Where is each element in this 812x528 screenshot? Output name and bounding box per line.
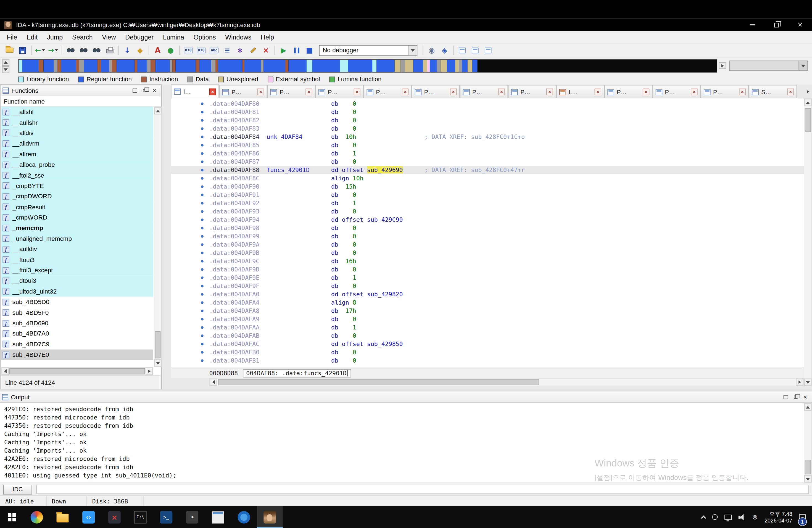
function-row[interactable]: __alloca_probe [1,159,153,170]
scroll-left-button[interactable] [209,379,217,386]
listing-line[interactable]: .data:004DAFA9 db 0 [171,315,804,323]
functions-close-button[interactable] [150,86,159,94]
functions-column-header[interactable]: Function name [1,97,161,107]
data-word-button[interactable]: 010 [195,44,208,56]
enums-window-button[interactable] [482,44,495,56]
listing-line[interactable]: .data:004DAFB0 db 0 [171,348,804,356]
function-ref[interactable]: sub_429C90 [367,216,403,223]
print-button[interactable] [103,44,116,56]
functions-maximize-button[interactable] [130,86,140,94]
tab-overflow-button[interactable] [804,88,812,96]
tab-4[interactable]: P… [315,85,363,99]
debugger-selector[interactable]: No debugger [319,45,417,56]
listing-line[interactable]: .data:004DAF88 funcs_42901D dd offset su… [171,166,804,174]
listing-line[interactable]: .data:004DAFA0 dd offset sub_429820 [171,290,804,298]
idc-language-button[interactable]: IDC [3,484,32,494]
taskbar-app-color-app[interactable] [24,506,50,528]
scroll-up-button[interactable] [155,107,162,114]
current-location-box[interactable]: 004DAF88: .data:funcs_42901D [243,369,351,377]
function-row[interactable]: _cmpWORD [1,212,153,223]
listing-line[interactable]: .data:004DAF92 db 1 [171,199,804,207]
functions-float-button[interactable] [140,86,149,94]
listing-line[interactable]: .data:004DAF87 db 0 [171,157,804,166]
function-row[interactable]: sub_4BD7C9 [1,339,153,349]
taskbar-app-gray-app[interactable] [205,506,231,528]
menu-item-debugger[interactable]: Debugger [120,31,158,43]
output-close-button[interactable] [801,393,810,401]
scrollbar-thumb[interactable] [155,332,161,358]
function-row[interactable]: __allrem [1,149,153,159]
listing-line[interactable]: .data:004DAF9D db 0 [171,265,804,274]
scroll-down-button[interactable] [804,475,811,482]
tab-close-button[interactable] [787,89,794,95]
taskbar-clock[interactable]: 오후 7:48 2026-04-07 [765,510,793,524]
function-row[interactable]: sub_4BD5D0 [1,297,153,307]
function-ref-highlighted[interactable]: sub_429690 [367,166,403,173]
menu-item-lumina[interactable]: Lumina [158,31,189,43]
output-vertical-scrollbar[interactable] [804,403,812,483]
listing-line[interactable]: .data:004DAF82 db 0 [171,116,804,124]
tab-close-button[interactable] [739,89,746,95]
listing-line[interactable]: .data:004DAF83 db 0 [171,124,804,133]
output-maximize-button[interactable] [781,393,791,401]
function-row[interactable]: __ultod3_uint32 [1,286,153,297]
function-row[interactable]: __dtoui3 [1,276,153,286]
taskbar-app-terminal[interactable]: > [179,506,205,528]
tab-10[interactable]: P… [604,85,652,99]
open-file-button[interactable] [3,44,16,56]
function-row[interactable]: sub_4BD7E0 [1,350,153,360]
function-row[interactable]: sub_4BD690 [1,318,153,328]
tab-6[interactable]: P… [412,85,460,99]
pause-process-button[interactable] [290,44,303,56]
function-row[interactable]: __ftoui3 [1,254,153,265]
listing-line[interactable]: .data:004DAF9B db 0 [171,249,804,257]
tab-3[interactable]: P… [267,85,315,99]
listing-line[interactable]: .data:004DAF99 db 0 [171,232,804,240]
listing-line[interactable]: .data:004DAF98 db 0 [171,224,804,232]
start-button[interactable] [0,506,24,528]
jump-back-button[interactable]: ← [34,44,47,56]
function-row[interactable]: __ftol3_except [1,265,153,276]
menu-item-view[interactable]: View [97,31,120,43]
listing-line[interactable]: .data:004DAFA4 align 8 [171,298,804,307]
output-log[interactable]: 4291C0: restored pseudocode from idb4473… [0,403,804,483]
lumina-toggle-button[interactable]: ● [164,44,177,56]
output-float-button[interactable] [791,393,800,401]
tab-12[interactable]: P… [701,85,749,99]
function-row[interactable]: _cmpDWORD [1,191,153,202]
function-ref[interactable]: sub_429850 [367,340,403,348]
listing-vertical-scrollbar[interactable] [804,98,812,386]
volume-icon[interactable] [739,514,745,520]
menu-item-edit[interactable]: Edit [22,31,42,43]
patch-program-button[interactable]: ∗ [234,44,247,56]
data-ascii-button[interactable]: abc [208,44,221,56]
functions-list[interactable]: __allshl__aullshr__alldiv__alldvrm__allr… [1,107,153,367]
tab-close-button[interactable] [546,89,553,95]
listing-horizontal-scrollbar[interactable] [209,378,804,386]
function-row[interactable]: _memcmp [1,223,153,233]
name-label[interactable]: unk_4DAF84 [266,133,331,140]
search-next-button[interactable] [90,44,103,56]
tray-expand-icon[interactable] [701,515,707,520]
listing-line[interactable]: .data:004DAF8C align 10h [171,174,804,182]
name-label[interactable]: funcs_42901D [266,166,331,173]
network-icon[interactable] [725,514,732,520]
add-comment-button[interactable]: A [151,44,164,56]
tab-8[interactable]: P… [508,85,556,99]
windows-list-button[interactable] [456,44,469,56]
tab-5[interactable]: P… [363,85,411,99]
jump-to-address-button[interactable]: ↓ [121,44,134,56]
structures-window-button[interactable] [469,44,482,56]
listing-line[interactable]: .data:004DAFA8 db 17h [171,307,804,315]
navigation-band[interactable] [18,59,717,73]
navband-scroll-down-button[interactable] [2,66,10,73]
minimize-button[interactable] [740,19,764,31]
tab-close-button[interactable] [498,89,505,95]
scroll-down-button[interactable] [804,379,811,386]
scrollbar-thumb[interactable] [10,368,145,375]
listing-line[interactable]: .data:004DAFB1 db 0 [171,356,804,365]
save-database-button[interactable] [16,44,29,56]
listing-line[interactable]: .data:004DAFAC dd offset sub_429850 [171,340,804,348]
function-ref[interactable]: sub_429820 [367,291,403,298]
edit-function-button[interactable] [247,44,260,56]
